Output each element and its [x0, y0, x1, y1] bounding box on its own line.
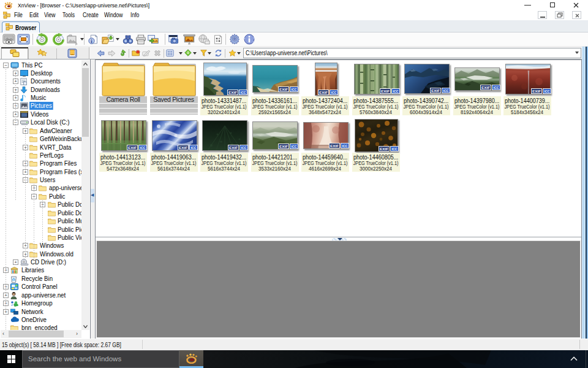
svg-text:ICC: ICC: [241, 90, 246, 94]
svg-text:ICC: ICC: [191, 145, 197, 150]
svg-text:ICC: ICC: [292, 87, 297, 91]
svg-text:ICC: ICC: [443, 88, 449, 93]
svg-text:EXIF: EXIF: [279, 87, 288, 91]
svg-text:EXIF: EXIF: [330, 144, 339, 148]
svg-text:EXIF: EXIF: [128, 145, 137, 150]
svg-text:ICC: ICC: [331, 90, 337, 94]
svg-text:ICC: ICC: [140, 145, 146, 150]
svg-text:EXIF: EXIF: [319, 90, 328, 94]
svg-text:EXIF: EXIF: [431, 88, 440, 93]
svg-text:EXIF: EXIF: [179, 145, 187, 150]
svg-text:EXIF: EXIF: [532, 89, 541, 93]
svg-text:ICC: ICC: [393, 89, 399, 93]
svg-text:ICC: ICC: [392, 147, 398, 151]
svg-text:ICC: ICC: [342, 144, 348, 148]
svg-text:EXIF: EXIF: [481, 85, 490, 90]
svg-text:EXIF: EXIF: [279, 144, 288, 148]
svg-text:ICC: ICC: [292, 144, 297, 148]
svg-text:ICC: ICC: [494, 85, 499, 90]
svg-text:EXIF: EXIF: [229, 145, 238, 150]
svg-text:EXIF: EXIF: [381, 89, 390, 93]
svg-text:EXIF: EXIF: [228, 90, 237, 94]
svg-text:ICC: ICC: [545, 89, 550, 93]
svg-text:EXIF: EXIF: [380, 147, 388, 151]
svg-text:ICC: ICC: [241, 145, 247, 150]
